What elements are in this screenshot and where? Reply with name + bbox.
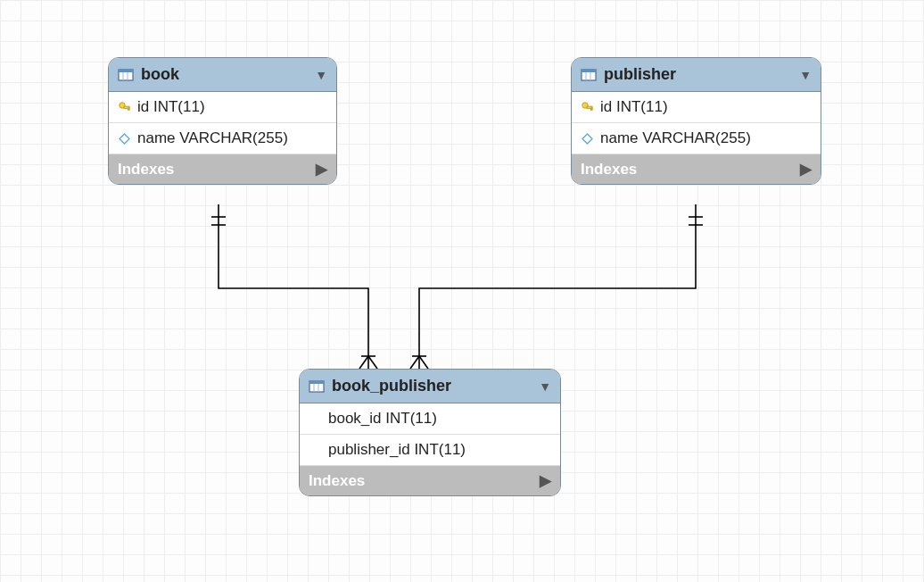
column-icon: [581, 132, 594, 146]
svg-rect-13: [591, 108, 593, 110]
table-icon: [581, 68, 597, 82]
svg-rect-15: [309, 381, 324, 384]
svg-rect-1: [119, 70, 133, 72]
table-title: book_publisher: [332, 377, 532, 395]
table-publisher[interactable]: publisher ▼ id INT(11) name VARCHAR(255)…: [571, 57, 821, 185]
no-icon: [309, 444, 322, 457]
column-row[interactable]: id INT(11): [572, 92, 821, 123]
collapse-arrow-icon[interactable]: ▼: [315, 68, 327, 82]
table-header[interactable]: book_publisher ▼: [300, 370, 560, 403]
table-icon: [309, 379, 325, 394]
primary-key-icon: [581, 101, 594, 114]
column-row[interactable]: id INT(11): [109, 92, 336, 123]
table-header[interactable]: publisher ▼: [572, 58, 821, 92]
expand-arrow-icon[interactable]: ▶: [316, 160, 327, 179]
indexes-section[interactable]: Indexes ▶: [300, 466, 560, 495]
column-icon: [118, 132, 131, 146]
table-icon: [118, 68, 134, 82]
collapse-arrow-icon[interactable]: ▼: [799, 68, 812, 82]
indexes-section[interactable]: Indexes ▶: [572, 154, 821, 184]
table-title: book: [141, 65, 308, 84]
column-text: name VARCHAR(255): [600, 129, 751, 147]
column-row[interactable]: publisher_id INT(11): [300, 435, 560, 466]
column-row[interactable]: book_id INT(11): [300, 403, 560, 435]
column-text: book_id INT(11): [328, 410, 437, 428]
column-text: id INT(11): [600, 98, 668, 116]
table-book[interactable]: book ▼ id INT(11) name VARCHAR(255) Inde…: [108, 57, 337, 185]
column-text: publisher_id INT(11): [328, 441, 466, 459]
column-text: id INT(11): [137, 98, 205, 116]
table-book-publisher[interactable]: book_publisher ▼ book_id INT(11) publish…: [299, 369, 561, 496]
expand-arrow-icon[interactable]: ▶: [540, 471, 551, 490]
indexes-label: Indexes: [118, 161, 174, 179]
column-text: name VARCHAR(255): [137, 129, 288, 147]
svg-rect-6: [128, 108, 130, 110]
indexes-label: Indexes: [581, 161, 637, 179]
table-title: publisher: [604, 65, 792, 84]
column-row[interactable]: name VARCHAR(255): [109, 123, 336, 154]
primary-key-icon: [118, 101, 131, 114]
svg-rect-8: [582, 70, 596, 72]
indexes-label: Indexes: [309, 472, 365, 490]
indexes-section[interactable]: Indexes ▶: [109, 154, 336, 184]
table-header[interactable]: book ▼: [109, 58, 336, 92]
column-row[interactable]: name VARCHAR(255): [572, 123, 821, 154]
expand-arrow-icon[interactable]: ▶: [800, 160, 812, 179]
collapse-arrow-icon[interactable]: ▼: [539, 379, 551, 394]
no-icon: [309, 412, 322, 426]
